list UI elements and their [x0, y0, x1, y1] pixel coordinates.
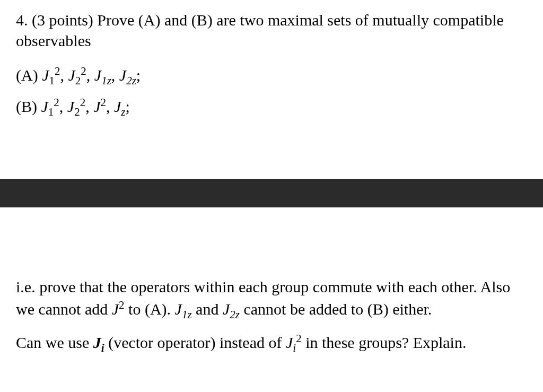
set-b-line: (B) J12, J22, J2, Jz; — [16, 95, 527, 120]
J2z: J2z — [119, 66, 136, 84]
Jz: Jz — [114, 98, 126, 115]
problem-top-section: 4. (3 points) Prove (A) and (B) are two … — [0, 0, 543, 120]
set-a-line: (A) J12, J22, J1z, J2z; — [16, 64, 527, 89]
problem-number: 4. (3 points) — [16, 11, 97, 29]
J1-squared-b: J12 — [41, 98, 59, 115]
J2-squared: J22 — [68, 66, 86, 84]
J2z-inline: J2z — [223, 300, 240, 318]
J2-squared-b: J22 — [67, 98, 85, 115]
Ji-vector: Ji — [93, 334, 104, 351]
J1z-inline: J1z — [175, 300, 192, 318]
problem-statement: 4. (3 points) Prove (A) and (B) are two … — [16, 10, 527, 51]
J-squared-inline: J2 — [112, 300, 125, 318]
J-squared: J2 — [93, 98, 106, 115]
Ji-squared: Ji2 — [286, 334, 302, 351]
J1-squared: J12 — [42, 66, 60, 84]
set-a-label: (A) — [16, 66, 42, 84]
set-b-label: (B) — [16, 98, 41, 115]
clarification-text: i.e. prove that the operators within eac… — [16, 276, 527, 323]
problem-bottom-section: i.e. prove that the operators within eac… — [0, 276, 543, 366]
J1z: J1z — [94, 66, 111, 84]
final-question: Can we use Ji (vector operator) instead … — [16, 331, 527, 355]
horizontal-divider — [0, 179, 543, 207]
